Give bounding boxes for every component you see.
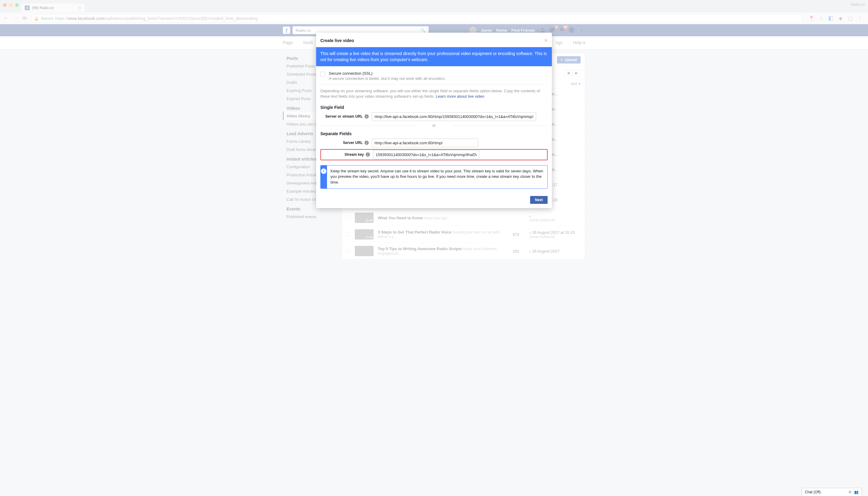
- server-or-stream-url-input[interactable]: [372, 112, 536, 121]
- create-live-video-modal: Create live video × This will create a l…: [316, 33, 552, 208]
- separate-fields-heading: Separate Fields: [320, 131, 548, 136]
- stream-key-highlight: Stream keyi: [320, 149, 548, 160]
- modal-overlay: Create live video × This will create a l…: [0, 0, 868, 260]
- modal-banner: This will create a live video that is st…: [316, 47, 552, 66]
- single-field-heading: Single Field: [320, 105, 548, 110]
- info-icon: i: [321, 169, 326, 174]
- modal-footer: Next: [316, 193, 552, 208]
- ssl-checkbox[interactable]: [320, 72, 325, 77]
- instructions-text: Depending on your streaming software, yo…: [320, 85, 548, 101]
- ssl-description: A secure connection is better, but it ma…: [329, 76, 446, 81]
- stream-key-input[interactable]: [373, 150, 479, 159]
- info-panel: i Keep the stream key secret. Anyone can…: [320, 165, 548, 189]
- info-icon[interactable]: i: [365, 141, 369, 145]
- server-or-stream-url-label: Server or stream URLi: [320, 114, 369, 119]
- info-icon[interactable]: i: [366, 152, 370, 157]
- learn-more-link[interactable]: Learn more about live video: [436, 94, 484, 98]
- ssl-label: Secure connection (SSL): [329, 71, 446, 76]
- info-icon[interactable]: i: [365, 114, 369, 119]
- or-divider: or: [320, 123, 548, 128]
- next-button[interactable]: Next: [530, 196, 548, 204]
- modal-title: Create live video: [320, 38, 354, 43]
- server-url-label: Server URLi: [320, 141, 369, 145]
- server-url-input[interactable]: [372, 139, 478, 147]
- close-icon[interactable]: ×: [544, 37, 548, 44]
- modal-body: Secure connection (SSL) A secure connect…: [316, 66, 552, 193]
- modal-header: Create live video ×: [316, 33, 552, 47]
- info-message: Keep the stream key secret. Anyone can u…: [327, 166, 547, 189]
- stream-key-label: Stream keyi: [322, 152, 370, 157]
